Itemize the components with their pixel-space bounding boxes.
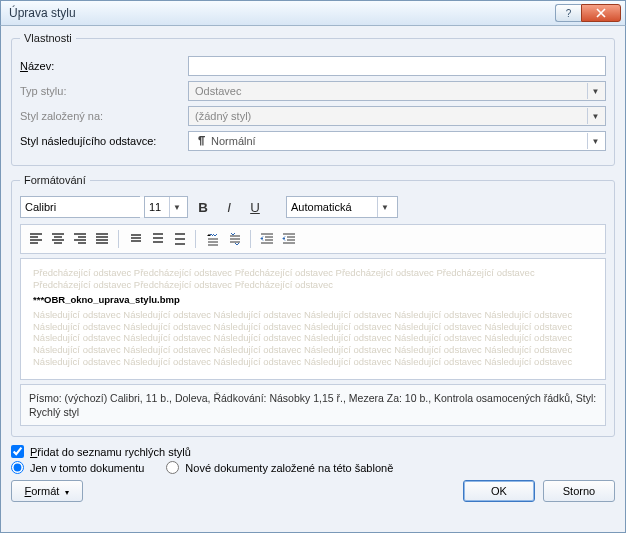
chevron-down-icon: ▼ [587, 108, 603, 124]
indent-increase-button[interactable] [278, 228, 300, 250]
next-style-value: Normální [211, 135, 256, 147]
paragraph-toolbar [20, 224, 606, 254]
based-on-value: (žádný styl) [195, 110, 251, 122]
name-input[interactable] [188, 56, 606, 76]
spacing-15-button[interactable] [146, 228, 168, 250]
line-spacing-tight-icon [128, 233, 142, 245]
font-size-combo[interactable]: ▼ [144, 196, 188, 218]
next-style-select[interactable]: Normální ▼ [188, 131, 606, 151]
align-center-button[interactable] [47, 228, 69, 250]
preview-after: Následující odstavec Následující odstave… [33, 309, 593, 368]
chevron-down-icon[interactable]: ▼ [377, 197, 392, 217]
indent-increase-icon [282, 233, 296, 245]
type-select: Odstavec ▼ [188, 81, 606, 101]
align-justify-button[interactable] [91, 228, 113, 250]
spacing-2-button[interactable] [168, 228, 190, 250]
font-size-input[interactable] [145, 197, 169, 217]
style-description: Písmo: (výchozí) Calibri, 11 b., Doleva,… [20, 384, 606, 426]
font-color-combo[interactable]: ▼ [286, 196, 398, 218]
align-left-icon [29, 233, 43, 245]
indent-decrease-icon [260, 233, 274, 245]
underline-button[interactable]: U [244, 196, 266, 218]
font-color-value[interactable] [287, 197, 377, 217]
italic-button[interactable]: I [218, 196, 240, 218]
preview-sample: ***OBR_okno_uprava_stylu.bmp [33, 294, 593, 306]
close-icon [596, 8, 606, 18]
line-spacing-med-icon [150, 233, 164, 245]
preview-before: Předcházející odstavec Předcházející ods… [33, 267, 593, 291]
next-style-label: Styl následujícího odstavce: [20, 135, 188, 147]
align-center-icon [51, 233, 65, 245]
spacing-1-button[interactable] [124, 228, 146, 250]
type-label: Typ stylu: [20, 85, 188, 97]
properties-group: Vlastnosti NNázev:ázev: Typ stylu: Odsta… [11, 32, 615, 166]
chevron-down-icon: ▼ [587, 83, 603, 99]
cancel-button[interactable]: Storno [543, 480, 615, 502]
chevron-down-icon[interactable]: ▼ [587, 133, 603, 149]
chevron-down-icon[interactable]: ▼ [169, 197, 184, 217]
pilcrow-icon [195, 135, 207, 147]
para-space-dec-icon [227, 232, 241, 246]
titlebar: Úprava stylu ? [0, 0, 626, 26]
scope-document-label[interactable]: Jen v tomto dokumentu [30, 462, 144, 474]
close-button[interactable] [581, 4, 621, 22]
formatting-legend: Formátování [20, 174, 90, 186]
align-right-icon [73, 233, 87, 245]
scope-template-radio[interactable] [166, 461, 179, 474]
bold-button[interactable]: B [192, 196, 214, 218]
space-before-inc-button[interactable] [201, 228, 223, 250]
para-space-inc-icon [205, 232, 219, 246]
window-title: Úprava stylu [9, 6, 555, 20]
preview-pane: Předcházející odstavec Předcházející ods… [20, 258, 606, 380]
align-justify-icon [95, 233, 109, 245]
name-label: NNázev:ázev: [20, 60, 188, 72]
indent-decrease-button[interactable] [256, 228, 278, 250]
based-on-label: Styl založený na: [20, 110, 188, 122]
font-name-combo[interactable]: ▼ [20, 196, 140, 218]
formatting-group: Formátování ▼ ▼ B I U ▼ [11, 174, 615, 437]
scope-document-radio[interactable] [11, 461, 24, 474]
scope-template-label[interactable]: Nové dokumenty založené na této šabloně [185, 462, 393, 474]
line-spacing-wide-icon [172, 233, 186, 245]
based-on-select: (žádný styl) ▼ [188, 106, 606, 126]
align-left-button[interactable] [25, 228, 47, 250]
add-to-quicklist-checkbox[interactable] [11, 445, 24, 458]
ok-button[interactable]: OK [463, 480, 535, 502]
align-right-button[interactable] [69, 228, 91, 250]
format-menu-button[interactable]: ForFormátmát ▾ [11, 480, 83, 502]
properties-legend: Vlastnosti [20, 32, 76, 44]
space-before-dec-button[interactable] [223, 228, 245, 250]
type-value: Odstavec [195, 85, 241, 97]
help-button[interactable]: ? [555, 4, 581, 22]
add-to-quicklist-label[interactable]: Přidat do seznamu rychlých stylů [30, 446, 191, 458]
